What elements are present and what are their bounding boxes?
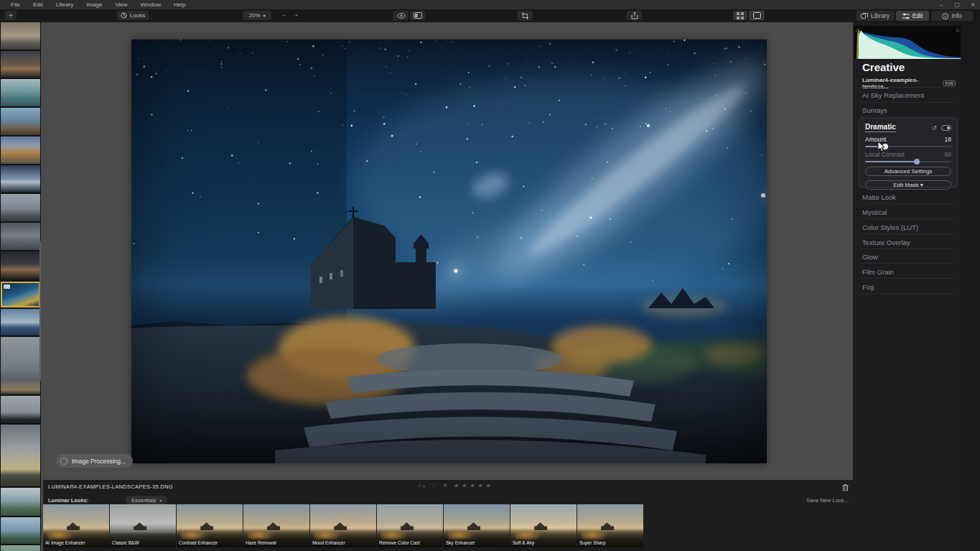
- trash-button[interactable]: [842, 481, 849, 494]
- tool-mystical[interactable]: Mystical: [862, 208, 887, 216]
- looks-collection-row: Luminar Looks: Essentials ▴: [48, 496, 167, 504]
- menu-file[interactable]: File: [4, 1, 27, 8]
- dramatic-tool-card: Dramatic ↺ Amount18 Local Contrast60 Adv…: [859, 118, 958, 187]
- edited-badge-icon: [4, 284, 10, 289]
- zoom-level-dropdown[interactable]: 20% ▾: [243, 11, 271, 20]
- filmstrip-thumb[interactable]: [1, 396, 40, 423]
- tool-glow[interactable]: Glow: [862, 253, 878, 261]
- tool-fog[interactable]: Fog: [862, 283, 874, 291]
- color-label-dropdown[interactable]: ○ ▾: [418, 482, 425, 489]
- collection-dropdown[interactable]: Essentials ▴: [126, 496, 167, 504]
- tool-texture-overlay[interactable]: Texture Overlay: [862, 239, 910, 246]
- restore-button[interactable]: ▢: [953, 1, 961, 8]
- edit-mask-button[interactable]: Edit Mask ▾: [865, 180, 951, 190]
- look-haze-removal[interactable]: Haze Removal: [243, 504, 309, 547]
- filmstrip-thumb[interactable]: [1, 165, 40, 193]
- tool-matte-look[interactable]: Matte Look: [862, 193, 896, 201]
- filename-label: LUMINAR4-EXAMPLES-LANDSCAPES-35.DNG: [48, 483, 173, 490]
- filmstrip-thumb[interactable]: [1, 425, 40, 486]
- raw-badge: RAW: [943, 80, 956, 86]
- filmstrip-scrollbar[interactable]: [39, 241, 41, 381]
- collection-value: Essentials: [131, 497, 156, 504]
- look-classic-bw[interactable]: Classic B&W: [110, 504, 176, 547]
- filmstrip-thumb[interactable]: [1, 22, 40, 50]
- histogram[interactable]: △ △: [854, 26, 961, 59]
- reset-icon[interactable]: ↺: [931, 124, 937, 131]
- layer-row[interactable]: Luminar4-examples-landsca... RAW: [862, 77, 956, 90]
- look-soft-airy[interactable]: Soft & Airy: [510, 504, 577, 547]
- filmstrip-thumb[interactable]: [1, 337, 40, 394]
- single-view-button[interactable]: [750, 11, 764, 20]
- look-super-sharp[interactable]: Super Sharp: [577, 504, 643, 547]
- trash-icon: [842, 483, 849, 491]
- night-church-photo: [131, 40, 767, 463]
- preview-toggle-button[interactable]: [393, 11, 409, 20]
- luminar-looks-label: Luminar Looks:: [48, 497, 88, 504]
- before-after-icon: [414, 12, 422, 19]
- star-rating[interactable]: ★★★★★: [454, 482, 493, 489]
- zoom-in-button[interactable]: +: [291, 11, 302, 20]
- save-new-look-button[interactable]: Save New Look...: [806, 497, 849, 504]
- filmstrip-thumb[interactable]: [1, 545, 40, 551]
- zoom-out-button[interactable]: −: [279, 11, 289, 20]
- close-button[interactable]: ✕: [969, 1, 977, 8]
- filmstrip-thumb[interactable]: [1, 108, 40, 135]
- menu-view[interactable]: View: [108, 1, 134, 8]
- filmstrip-thumb[interactable]: [1, 194, 40, 221]
- tool-color-styles-lut[interactable]: Color Styles (LUT): [862, 223, 918, 231]
- dramatic-toggle[interactable]: [941, 125, 951, 131]
- layer-name: Luminar4-examples-landsca...: [862, 77, 939, 90]
- share-icon: [631, 11, 638, 19]
- export-button[interactable]: [627, 11, 642, 20]
- filmstrip-thumb[interactable]: [1, 488, 40, 516]
- filmstrip-thumb[interactable]: [1, 136, 40, 164]
- tool-film-grain[interactable]: Film Grain: [862, 268, 894, 276]
- chevron-down-icon: ▾: [263, 13, 266, 18]
- look-sky-enhancer[interactable]: Sky Enhancer: [444, 504, 510, 547]
- amount-value: 18: [945, 136, 951, 143]
- crop-icon: [521, 12, 529, 19]
- panel-title: Creative: [862, 61, 905, 73]
- filmstrip-thumb[interactable]: [1, 223, 40, 250]
- local-contrast-slider[interactable]: [865, 161, 951, 162]
- crop-tool-button[interactable]: [518, 11, 533, 20]
- filmstrip-thumb[interactable]: [1, 251, 40, 280]
- reject-icon[interactable]: ✕: [442, 482, 448, 489]
- advanced-settings-button[interactable]: Advanced Settings: [865, 167, 951, 176]
- menu-help[interactable]: Help: [167, 1, 192, 8]
- tab-library[interactable]: Library: [857, 11, 894, 21]
- filmstrip-thumb-selected[interactable]: [1, 282, 40, 307]
- menu-image[interactable]: Image: [80, 1, 108, 8]
- add-photos-button[interactable]: +: [5, 11, 17, 20]
- menu-edit[interactable]: Edit: [27, 1, 50, 8]
- tool-dramatic-title[interactable]: Dramatic: [865, 123, 896, 132]
- filmstrip-thumb[interactable]: [1, 517, 40, 544]
- grid-icon: [737, 12, 744, 19]
- look-mood-enhancer[interactable]: Mood Enhancer: [310, 504, 376, 547]
- look-ai-image-enhancer[interactable]: AI Image Enhancer: [43, 504, 109, 547]
- tab-edit[interactable]: Edit: [896, 11, 929, 21]
- main-photo[interactable]: [131, 40, 767, 463]
- mouse-cursor: [877, 141, 886, 155]
- compare-button[interactable]: [410, 11, 425, 20]
- filmstrip-thumb[interactable]: [1, 51, 40, 78]
- shadow-clipping-icon[interactable]: △: [856, 27, 859, 32]
- filmstrip-thumb[interactable]: [1, 79, 40, 106]
- toolbar: + Looks 20% ▾ − + Library: [0, 9, 980, 22]
- grid-view-button[interactable]: [733, 11, 747, 20]
- looks-panel-button[interactable]: Looks: [117, 11, 149, 20]
- favorite-heart-icon[interactable]: ♡: [431, 482, 437, 489]
- look-remove-color-cast[interactable]: Remove Color Cast: [377, 504, 443, 547]
- canvas-area: Image Processing... LUMINAR4-EXAMPLES-LA…: [41, 22, 853, 551]
- sliders-icon: [902, 13, 910, 19]
- tab-info[interactable]: Info: [931, 11, 973, 21]
- look-contrast-enhancer[interactable]: Contrast Enhancer: [177, 504, 243, 547]
- minimize-button[interactable]: –: [937, 1, 946, 8]
- highlight-clipping-icon[interactable]: △: [956, 27, 959, 32]
- tool-ai-sky-replacement[interactable]: AI Sky Replacement: [862, 91, 924, 99]
- menu-library[interactable]: Library: [50, 1, 80, 8]
- tool-sunrays[interactable]: Sunrays: [862, 106, 887, 114]
- menu-window[interactable]: Window: [134, 1, 167, 8]
- filmstrip: [0, 22, 41, 551]
- filmstrip-thumb[interactable]: [1, 309, 40, 335]
